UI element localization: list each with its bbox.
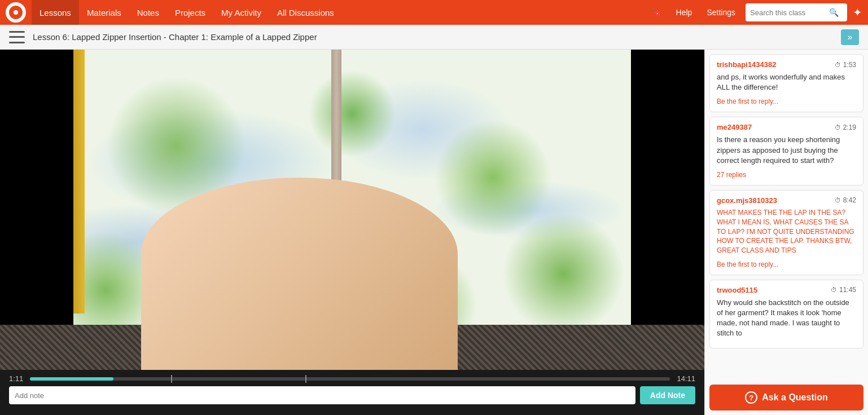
settings-link[interactable]: Settings xyxy=(702,6,740,19)
clock-icon: ⏱ xyxy=(835,124,841,131)
yellow-left-strip xyxy=(73,50,85,314)
comment-timestamp: 1:53 xyxy=(843,61,856,69)
main-layout: 1:11 14:11 Add Note trishbapi1434382 xyxy=(0,50,868,415)
breadcrumb-text: Lesson 6: Lapped Zipper Insertion - Chap… xyxy=(33,32,317,42)
note-input[interactable] xyxy=(9,386,635,404)
comment-time: ⏱ 1:53 xyxy=(835,61,856,69)
comment-card: trwood5115 ⏱ 11:45 Why would she backsti… xyxy=(709,280,863,348)
black-right-bar xyxy=(631,50,704,370)
time-total: 14:11 xyxy=(677,374,695,383)
video-controls: 1:11 14:11 Add Note xyxy=(0,370,704,415)
clock-icon: ⏱ xyxy=(835,197,841,204)
comment-header: me249387 ⏱ 2:19 xyxy=(717,123,856,131)
comment-username[interactable]: gcox.mjs3810323 xyxy=(717,196,777,205)
ask-question-button[interactable]: ? Ask a Question xyxy=(709,385,863,410)
menu-icon[interactable] xyxy=(9,31,25,43)
time-bar-row: 1:11 14:11 xyxy=(9,374,695,383)
replies-link[interactable]: 27 replies xyxy=(717,171,746,179)
comment-card: trishbapi1434382 ⏱ 1:53 and ps, it works… xyxy=(709,54,863,112)
hand-image xyxy=(141,178,458,370)
clock-icon: ⏱ xyxy=(831,286,837,293)
comment-header: trwood5115 ⏱ 11:45 xyxy=(717,286,856,294)
breadcrumb-bar: Lesson 6: Lapped Zipper Insertion - Chap… xyxy=(0,25,868,50)
comment-body: and ps, it works wonderfully and makes A… xyxy=(717,72,856,92)
nav-item-notes[interactable]: Notes xyxy=(129,0,167,25)
comment-username[interactable]: trishbapi1434382 xyxy=(717,60,777,69)
add-note-button[interactable]: Add Note xyxy=(640,386,695,404)
video-area: 1:11 14:11 Add Note xyxy=(0,50,704,415)
nav-item-lessons[interactable]: Lessons xyxy=(32,0,79,25)
time-current: 1:11 xyxy=(9,374,23,383)
bookmark-icon[interactable]: 🔖 xyxy=(647,6,666,19)
top-navigation: Lessons Materials Notes Projects My Acti… xyxy=(0,0,868,25)
comments-sidebar: trishbapi1434382 ⏱ 1:53 and ps, it works… xyxy=(704,50,868,415)
note-row: Add Note xyxy=(9,386,695,404)
video-content xyxy=(0,50,704,370)
progress-fill xyxy=(30,377,113,381)
star-icon[interactable]: ✦ xyxy=(853,6,862,19)
clock-icon: ⏱ xyxy=(835,61,841,68)
video-frame[interactable] xyxy=(0,50,704,370)
comment-body: WHAT MAKES THE THE LAP IN THE SA? WHAT I… xyxy=(717,208,856,255)
comment-body: Is there a reason you keep shortening zi… xyxy=(717,135,856,166)
comment-username[interactable]: trwood5115 xyxy=(717,286,757,294)
black-left-bar xyxy=(0,50,73,370)
reply-link[interactable]: Be the first to reply... xyxy=(717,261,778,268)
search-input[interactable] xyxy=(750,8,829,17)
nav-right-area: 🔖 Help Settings 🔍 ✦ xyxy=(647,3,862,21)
nav-item-projects[interactable]: Projects xyxy=(167,0,213,25)
comment-header: trishbapi1434382 ⏱ 1:53 xyxy=(717,60,856,69)
comment-timestamp: 2:19 xyxy=(843,123,856,131)
comment-body: Why would she backstitch on the outside … xyxy=(717,298,856,339)
comment-username[interactable]: me249387 xyxy=(717,123,752,131)
progress-marker-1 xyxy=(171,375,172,383)
comment-time: ⏱ 11:45 xyxy=(831,286,856,294)
help-link[interactable]: Help xyxy=(672,6,697,19)
comment-card: gcox.mjs3810323 ⏱ 8:42 WHAT MAKES THE TH… xyxy=(709,190,863,275)
search-box[interactable]: 🔍 xyxy=(746,3,847,21)
logo[interactable] xyxy=(6,2,26,23)
comments-scroll-area[interactable]: trishbapi1434382 ⏱ 1:53 and ps, it works… xyxy=(705,50,868,380)
reply-link[interactable]: Be the first to reply... xyxy=(717,98,778,105)
comment-timestamp: 8:42 xyxy=(843,196,856,204)
comment-timestamp: 11:45 xyxy=(839,286,856,294)
nav-item-materials[interactable]: Materials xyxy=(79,0,129,25)
search-icon: 🔍 xyxy=(829,8,839,17)
nav-item-all-discussions[interactable]: All Discussions xyxy=(269,0,342,25)
ask-question-label: Ask a Question xyxy=(762,392,827,403)
expand-button[interactable]: » xyxy=(841,29,859,45)
comment-header: gcox.mjs3810323 ⏱ 8:42 xyxy=(717,196,856,205)
progress-marker-2 xyxy=(305,375,306,383)
progress-track[interactable] xyxy=(30,377,670,381)
comment-time: ⏱ 2:19 xyxy=(835,123,856,131)
question-circle-icon: ? xyxy=(745,391,757,404)
nav-item-my-activity[interactable]: My Activity xyxy=(213,0,269,25)
comment-card: me249387 ⏱ 2:19 Is there a reason you ke… xyxy=(709,117,863,186)
comment-time: ⏱ 8:42 xyxy=(835,196,856,204)
